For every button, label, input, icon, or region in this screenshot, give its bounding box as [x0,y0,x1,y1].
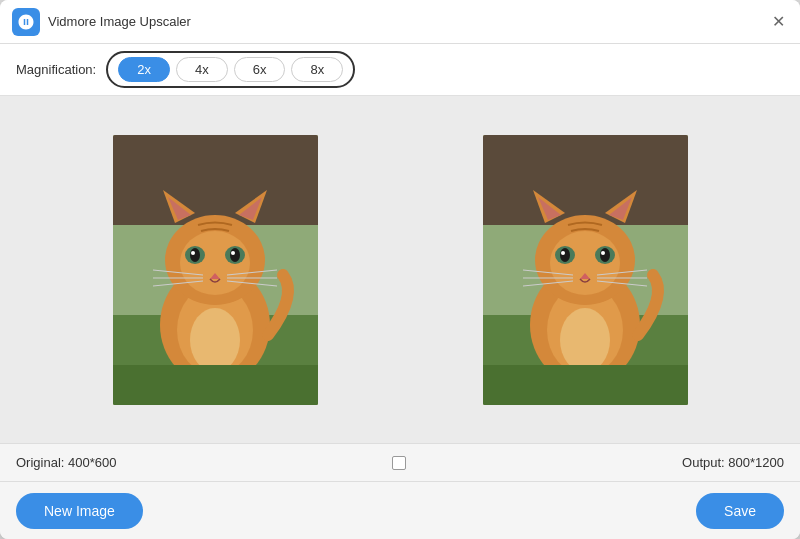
magnification-group: 2x 4x 6x 8x [106,51,355,88]
svg-rect-35 [483,135,688,225]
svg-rect-67 [483,365,688,405]
close-button[interactable]: ✕ [768,12,788,32]
status-bar: Original: 400*600 Output: 800*1200 [0,443,800,481]
svg-point-5 [190,308,240,372]
footer: New Image Save [0,481,800,539]
output-image-container [483,135,688,405]
original-image [113,135,318,405]
title-bar: Vidmore Image Upscaler ✕ [0,0,800,44]
svg-point-50 [600,248,610,262]
svg-point-51 [601,251,605,255]
output-kitten-svg [483,135,688,405]
app-title: Vidmore Image Upscaler [48,14,191,29]
svg-point-17 [231,251,235,255]
output-size-label: Output: 800*1200 [682,455,784,470]
original-kitten-svg [113,135,318,405]
new-image-button[interactable]: New Image [16,493,143,529]
svg-point-14 [191,251,195,255]
save-button[interactable]: Save [696,493,784,529]
toolbar: Magnification: 2x 4x 6x 8x [0,44,800,96]
magnification-label: Magnification: [16,62,96,77]
svg-point-39 [560,308,610,372]
mag-button-8x[interactable]: 8x [291,57,343,82]
app-window: Vidmore Image Upscaler ✕ Magnification: … [0,0,800,539]
mag-button-6x[interactable]: 6x [234,57,286,82]
svg-point-48 [561,251,565,255]
mag-button-4x[interactable]: 4x [176,57,228,82]
svg-point-13 [190,248,200,262]
app-logo [12,8,40,36]
app-logo-icon [17,13,35,31]
mag-button-2x[interactable]: 2x [118,57,170,82]
output-image [483,135,688,405]
main-area [0,96,800,443]
svg-rect-33 [113,365,318,405]
compare-checkbox[interactable] [392,456,406,470]
original-size-label: Original: 400*600 [16,455,116,470]
svg-rect-1 [113,135,318,225]
svg-point-16 [230,248,240,262]
svg-point-47 [560,248,570,262]
original-image-container [113,135,318,405]
